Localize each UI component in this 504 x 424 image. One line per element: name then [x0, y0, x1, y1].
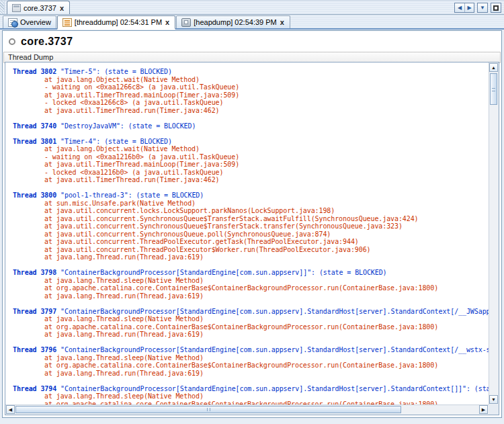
tab-overview[interactable]: Overview: [3, 15, 56, 28]
document-tab-bar: Overview [threaddump] 02:54:31 PM x [hea…: [0, 15, 504, 30]
thread-block: Thread 3801 "Timer-4": (state = BLOCKED)…: [13, 138, 489, 184]
thread-block: Thread 3800 "pool-1-thread-3": (state = …: [13, 192, 489, 261]
thread-block: Thread 3802 "Timer-5": (state = BLOCKED)…: [13, 68, 489, 114]
thread-block: Thread 3798 "ContainerBackgroundProcesso…: [13, 269, 489, 300]
thread-name-state: "pool-1-thread-3": (state = BLOCKED): [56, 192, 204, 199]
spinner-icon: [9, 38, 15, 45]
thread-id: Thread 3794: [13, 385, 56, 392]
thread-id: Thread 3797: [13, 308, 56, 315]
thread-name-state: "ContainerBackgroundProcessor[StandardEn…: [56, 346, 489, 353]
thread-header-line: Thread 3800 "pool-1-thread-3": (state = …: [13, 192, 489, 200]
stack-frame-line: at java.lang.Thread.sleep(Native Method): [44, 354, 489, 362]
threaddump-icon: [62, 18, 72, 27]
drag-grip[interactable]: [0, 1, 5, 14]
thread-block: Thread 3740 "DestroyJavaVM": (state = BL…: [13, 122, 489, 130]
thread-name-state: "DestroyJavaVM": (state = BLOCKED): [56, 122, 196, 130]
thread-id: Thread 3802: [13, 68, 56, 75]
tab-list-dropdown: ▼: [477, 3, 488, 13]
window-tab-bar: core.3737 x ◀ ▶ ▼: [0, 0, 504, 15]
close-icon[interactable]: x: [280, 19, 285, 26]
vertical-scrollbar[interactable]: ▲ ▼: [489, 62, 499, 405]
stack-frame-line: at java.util.concurrent.SynchronousQueue…: [44, 222, 489, 230]
horizontal-scrollbar-thumb[interactable]: [15, 406, 401, 413]
stack-frame-line: at java.util.concurrent.ThreadPoolExecut…: [44, 238, 489, 246]
stack-frame-line: at java.lang.Thread.sleep(Native Method): [44, 392, 489, 400]
window-tab-label: core.3737: [24, 4, 56, 12]
close-icon[interactable]: x: [59, 5, 65, 11]
thread-id: Thread 3801: [13, 138, 56, 145]
scroll-left-button[interactable]: ◀: [6, 405, 15, 414]
stack-frame-line: - waiting on <0xaa1266c8> (a java.util.T…: [44, 83, 489, 91]
stack-frame-line: - locked <0xaa1266c8> (a java.util.TaskQ…: [44, 99, 489, 107]
stack-frame-line: at java.util.TimerThread.mainLoop(Timer.…: [44, 91, 489, 99]
overview-icon: [8, 18, 17, 27]
stack-frame-line: at java.util.TimerThread.run(Timer.java:…: [44, 176, 489, 184]
stack-frame-line: at java.lang.Thread.run(Thread.java:619): [44, 370, 489, 378]
horizontal-scrollbar[interactable]: ◀ ▶: [5, 405, 489, 415]
thread-name-state: "Timer-5": (state = BLOCKED): [56, 68, 172, 75]
thread-id: Thread 3796: [13, 346, 56, 353]
stack-frame-line: at java.lang.Thread.sleep(Native Method): [44, 315, 489, 323]
stack-frame-line: at sun.misc.Unsafe.park(Native Method): [44, 200, 489, 208]
content-panel: core.3737 Thread Dump Thread 3802 "Timer…: [2, 30, 502, 418]
thread-header-line: Thread 3796 "ContainerBackgroundProcesso…: [13, 346, 489, 354]
close-icon[interactable]: x: [165, 19, 170, 26]
maximize-icon: [493, 5, 499, 11]
stack-frame-line: at java.util.concurrent.ThreadPoolExecut…: [44, 246, 489, 254]
scrollbar-corner: [489, 405, 499, 415]
thread-name-state: "Timer-4": (state = BLOCKED): [56, 138, 172, 145]
thread-dump-scrollpane: Thread 3802 "Timer-5": (state = BLOCKED)…: [5, 62, 499, 415]
tab-threaddump-label: [threaddump] 02:54:31 PM: [75, 18, 162, 26]
thread-block: Thread 3797 "ContainerBackgroundProcesso…: [13, 308, 489, 339]
stack-frame-line: at java.lang.Object.wait(Native Method): [44, 145, 489, 153]
stack-frame-line: - locked <0xaa1216b0> (a java.util.TaskQ…: [44, 169, 489, 177]
stack-frame-line: at java.lang.Thread.sleep(Native Method): [44, 277, 489, 285]
stack-frame-line: at org.apache.catalina.core.ContainerBas…: [44, 323, 489, 331]
title-row: core.3737: [3, 31, 501, 50]
stack-frame-line: at java.util.concurrent.locks.LockSuppor…: [44, 207, 489, 215]
thread-block: Thread 3796 "ContainerBackgroundProcesso…: [13, 346, 489, 377]
thread-name-state: "ContainerBackgroundProcessor[StandardEn…: [56, 269, 386, 276]
stack-frame-line: at java.util.concurrent.SynchronousQueue…: [44, 230, 489, 239]
scroll-tabs-right-button[interactable]: ▶: [464, 3, 474, 12]
stack-frame-line: at java.lang.Thread.run(Thread.java:619): [44, 253, 489, 261]
thread-id: Thread 3800: [13, 192, 56, 199]
tab-heapdump[interactable]: [heapdump] 02:54:39 PM x: [176, 15, 290, 28]
thread-id: Thread 3740: [13, 122, 56, 130]
scroll-down-button[interactable]: ▼: [489, 395, 498, 404]
window-tab-core-3737[interactable]: core.3737 x: [7, 1, 70, 14]
heapdump-icon: [181, 18, 191, 27]
tab-list-dropdown-button[interactable]: ▼: [478, 3, 487, 12]
scroll-right-button[interactable]: ▶: [479, 405, 488, 414]
tab-overview-label: Overview: [20, 18, 51, 26]
tab-heapdump-label: [heapdump] 02:54:39 PM: [194, 18, 277, 26]
scroll-up-button[interactable]: ▲: [489, 63, 498, 72]
maximize-container: [491, 3, 501, 13]
thread-dump-text: Thread 3802 "Timer-5": (state = BLOCKED)…: [5, 62, 489, 405]
stack-frame-line: at java.util.TimerThread.run(Timer.java:…: [44, 107, 489, 115]
stack-frame-line: at java.util.TimerThread.mainLoop(Timer.…: [44, 161, 489, 169]
thread-header-line: Thread 3798 "ContainerBackgroundProcesso…: [13, 269, 489, 277]
stack-frame-line: at java.util.concurrent.SynchronousQueue…: [44, 215, 489, 223]
thread-id: Thread 3798: [13, 269, 56, 276]
tab-threaddump[interactable]: [threaddump] 02:54:31 PM x: [57, 15, 175, 30]
stack-frame-line: - waiting on <0xaa1216b0> (a java.util.T…: [44, 153, 489, 161]
core-dump-icon: [12, 4, 21, 12]
thread-block: Thread 3794 "ContainerBackgroundProcesso…: [13, 385, 489, 405]
thread-header-line: Thread 3797 "ContainerBackgroundProcesso…: [13, 308, 489, 316]
maximize-window-button[interactable]: [491, 3, 501, 12]
thread-header-line: Thread 3802 "Timer-5": (state = BLOCKED): [13, 68, 489, 76]
thread-name-state: "ContainerBackgroundProcessor[StandardEn…: [56, 385, 489, 392]
thread-header-line: Thread 3794 "ContainerBackgroundProcesso…: [13, 385, 489, 393]
vertical-scrollbar-thumb[interactable]: [490, 73, 497, 105]
thread-header-line: Thread 3740 "DestroyJavaVM": (state = BL…: [13, 122, 489, 130]
page-title: core.3737: [21, 36, 73, 48]
thread-name-state: "ContainerBackgroundProcessor[StandardEn…: [56, 308, 489, 315]
stack-frame-line: at org.apache.catalina.core.ContainerBas…: [44, 362, 489, 370]
window-tab-controls: ◀ ▶ ▼: [454, 3, 501, 13]
stack-frame-line: at org.apache.catalina.core.ContainerBas…: [44, 284, 489, 292]
stack-frame-line: at java.lang.Thread.run(Thread.java:619): [44, 331, 489, 339]
thread-header-line: Thread 3801 "Timer-4": (state = BLOCKED): [13, 138, 489, 146]
tab-scroll-group: ◀ ▶: [454, 3, 474, 13]
scroll-tabs-left-button[interactable]: ◀: [455, 3, 464, 12]
